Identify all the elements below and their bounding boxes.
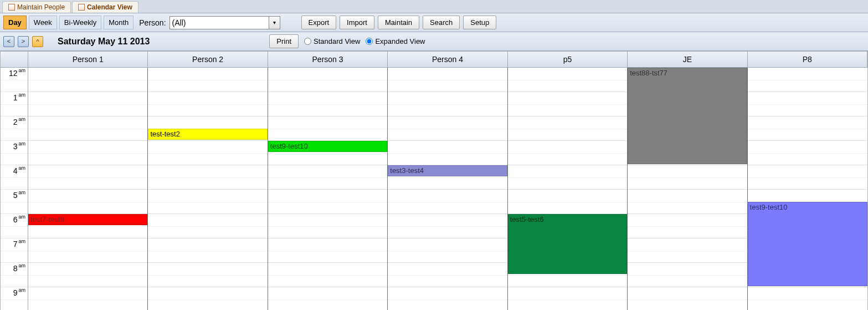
tab-calendar-view[interactable]: Calendar View [72,1,138,13]
hour-cell[interactable] [628,263,747,287]
ampm-label: am [18,190,25,195]
range-biweekly-button[interactable]: Bi-Weekly [59,16,101,29]
search-button[interactable]: Search [423,16,460,29]
hour-cell[interactable] [748,68,867,92]
person-column[interactable]: test3-test4 [388,68,507,310]
hour-cell[interactable] [148,214,267,238]
hour-cell[interactable] [268,214,387,238]
hour-cell[interactable] [148,238,267,263]
hour-cell[interactable] [748,92,867,116]
hour-cell[interactable] [148,287,267,310]
range-week-button[interactable]: Week [29,16,57,29]
hour-cell[interactable] [388,214,507,238]
person-column[interactable]: test7-test8 [28,68,148,310]
hour-cell[interactable] [748,165,867,190]
hour-cell[interactable] [388,141,507,165]
hour-cell[interactable] [148,141,267,165]
hour-cell[interactable] [628,214,747,238]
hour-cell[interactable] [148,68,267,92]
hour-cell[interactable] [388,287,507,310]
ampm-label: am [18,116,25,122]
hour-cell[interactable] [508,287,627,310]
hour-cell[interactable] [508,141,627,165]
person-column[interactable]: test88-tst77 [628,68,747,310]
hour-cell[interactable] [748,141,867,165]
person-column[interactable]: test9-test10 [748,68,867,310]
calendar-event[interactable]: test88-tst77 [628,68,747,164]
hour-cell[interactable] [148,190,267,214]
person-column[interactable]: test9-test10 [268,68,388,310]
maintain-button[interactable]: Maintain [378,16,419,29]
hour-cell[interactable] [388,263,507,287]
hour-cell[interactable] [28,141,147,165]
hour-cell[interactable] [268,116,387,141]
import-button[interactable]: Import [340,16,374,29]
hour-cell[interactable] [268,68,387,92]
calendar-event[interactable]: test5-test6 [508,214,627,274]
tab-label: Maintain People [17,3,65,11]
calendar-event[interactable]: test-test2 [148,129,267,140]
hour-cell[interactable] [388,116,507,141]
prev-day-button[interactable]: < [3,36,14,47]
hour-cell[interactable] [628,190,747,214]
hour-cell[interactable] [628,165,747,190]
main-toolbar: Day Week Bi-Weekly Month Person: ▾ Expor… [0,13,868,32]
hour-cell[interactable] [148,92,267,116]
tab-maintain-people[interactable]: Maintain People [2,1,71,13]
hour-cell[interactable] [268,165,387,190]
hour-cell[interactable] [28,68,147,92]
hour-cell[interactable] [148,165,267,190]
hour-cell[interactable] [748,287,867,310]
hour-cell[interactable] [268,287,387,310]
hour-cell[interactable] [388,238,507,263]
ampm-label: am [18,263,25,268]
expanded-view-radio-wrap[interactable]: Expanded View [366,37,425,45]
standard-view-label: Standard View [314,37,360,45]
next-day-button[interactable]: > [18,36,29,47]
standard-view-radio-wrap[interactable]: Standard View [304,37,360,45]
hour-cell[interactable] [28,116,147,141]
range-month-button[interactable]: Month [104,16,133,29]
hour-cell[interactable] [388,68,507,92]
hour-cell[interactable] [748,116,867,141]
range-day-button[interactable]: Day [3,16,27,29]
standard-view-radio[interactable] [304,38,311,45]
hour-cell[interactable] [388,92,507,116]
person-select[interactable] [170,16,269,29]
calendar-event[interactable]: test7-test8 [28,214,147,225]
hour-cell[interactable] [268,263,387,287]
setup-button[interactable]: Setup [463,16,496,29]
hour-cell[interactable] [148,263,267,287]
person-select-dropdown-button[interactable]: ▾ [269,16,280,29]
hour-cell[interactable] [628,238,747,263]
calendar-event[interactable]: test9-test10 [268,141,387,152]
hour-cell[interactable] [508,68,627,92]
hour-cell[interactable] [508,116,627,141]
expanded-view-radio[interactable] [366,38,373,45]
hour-cell[interactable] [508,190,627,214]
hour-cell[interactable] [28,190,147,214]
hour-cell[interactable] [388,190,507,214]
person-column[interactable]: test-test2 [148,68,268,310]
hour-cell[interactable] [28,92,147,116]
hour-cell[interactable] [28,287,147,310]
hour-cell[interactable] [268,92,387,116]
hour-cell[interactable] [508,92,627,116]
hour-cell[interactable] [628,287,747,310]
time-row: 1am [1,92,28,116]
hour-cell[interactable] [508,165,627,190]
jump-button[interactable]: ^ [32,36,43,47]
export-button[interactable]: Export [301,16,337,29]
hour-cell[interactable] [268,238,387,263]
hour-cell[interactable] [268,190,387,214]
print-button[interactable]: Print [269,34,299,48]
person-column[interactable]: test5-test6 [508,68,628,310]
calendar-event[interactable]: test9-test10 [748,202,867,286]
hour-number: 3 [13,142,18,151]
current-date-label: Saturday May 11 2013 [58,37,150,47]
hour-cell[interactable] [28,263,147,287]
hour-cell[interactable] [28,238,147,263]
time-gutter: 12am1am2am3am4am5am6am7am8am9am [1,68,28,310]
calendar-event[interactable]: test3-test4 [388,165,507,176]
hour-cell[interactable] [28,165,147,190]
